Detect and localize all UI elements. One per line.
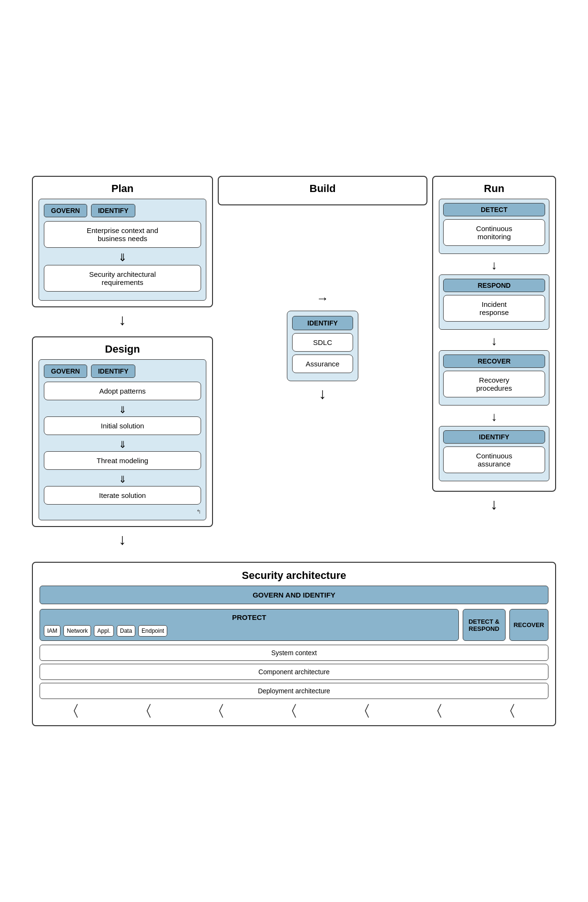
feedback-indicator: ↰: [44, 508, 201, 515]
threat-modeling-box: Threat modeling: [44, 451, 201, 470]
iam-item: IAM: [44, 625, 61, 637]
govern-identify-full-bar: GOVERN AND IDENTIFY: [40, 586, 548, 604]
brace1: 〈: [73, 702, 78, 719]
deployment-arch-row: Deployment architecture: [40, 683, 548, 699]
enterprise-context-box: Enterprise context and business needs: [44, 221, 201, 248]
build-assurance-box: Assurance: [292, 355, 353, 373]
run-box: Run DETECT Continuous monitoring ↓ RESPO…: [432, 176, 556, 492]
respond-badge: RESPOND: [443, 279, 545, 292]
build-box: Build: [218, 176, 427, 205]
brace3: 〈: [219, 702, 223, 719]
recover-label: RECOVER: [514, 621, 544, 628]
run-to-arch-arrow: ↓: [432, 496, 556, 513]
data-item: Data: [117, 625, 135, 637]
appl-item: Appl.: [94, 625, 113, 637]
run-identify-badge: IDENTIFY: [443, 430, 545, 444]
adopt-patterns-box: Adopt patterns: [44, 382, 201, 400]
design-identify-badge: IDENTIFY: [91, 365, 136, 378]
run-arrow2: ↓: [439, 334, 549, 348]
design-to-arch-arrow: ↓: [32, 531, 213, 548]
build-to-arch-arrow: ↓: [319, 385, 326, 403]
iterate-solution-box: Iterate solution: [44, 486, 201, 505]
brace5: 〈: [365, 702, 369, 719]
design-arrow1: ⇓: [44, 404, 201, 416]
incident-response-box: Incident response: [443, 295, 545, 322]
design-arrow2: ⇓: [44, 439, 201, 450]
initial-solution-box: Initial solution: [44, 416, 201, 435]
build-column: Build → IDENTIFY SDLC Assurance ↓: [213, 176, 432, 406]
network-item: Network: [63, 625, 91, 637]
plan-govern-badge: GOVERN: [44, 204, 87, 217]
plan-to-design-arrow: ↓: [32, 311, 213, 329]
bottom-braces: 〈 〈 〈 〈 〈 〈 〈: [40, 702, 548, 719]
brace7: 〈: [510, 702, 515, 719]
protect-label: PROTECT: [44, 613, 455, 621]
detect-badge: DETECT: [443, 203, 545, 216]
run-arrow1: ↓: [439, 258, 549, 273]
build-title: Build: [224, 182, 421, 195]
endpoint-item: Endpoint: [138, 625, 167, 637]
design-to-build-arrow-label: →: [316, 291, 329, 306]
recover-badge: RECOVER: [443, 355, 545, 368]
security-architecture-box: Security architecture GOVERN AND IDENTIF…: [32, 562, 556, 726]
plan-arrow1: ⇓: [44, 252, 201, 264]
security-arch-title: Security architecture: [40, 569, 548, 582]
build-sdlc-box: SDLC: [292, 333, 353, 352]
design-box: Design GOVERN IDENTIFY Adopt patterns ⇓ …: [32, 336, 213, 527]
plan-title: Plan: [39, 182, 206, 195]
brace4: 〈: [292, 702, 296, 719]
system-context-row: System context: [40, 645, 548, 661]
component-arch-row: Component architecture: [40, 664, 548, 680]
plan-identify-badge: IDENTIFY: [91, 204, 136, 217]
recovery-procedures-box: Recovery procedures: [443, 371, 545, 397]
run-column: Run DETECT Continuous monitoring ↓ RESPO…: [432, 176, 556, 517]
plan-column: Plan GOVERN IDENTIFY Enterprise context …: [32, 176, 213, 552]
brace2: 〈: [146, 702, 151, 719]
design-title: Design: [39, 343, 206, 355]
build-identify-badge: IDENTIFY: [292, 316, 353, 330]
detect-respond-label: DETECT & RESPOND: [468, 618, 499, 632]
security-arch-req-box: Security architectural requirements: [44, 265, 201, 292]
run-arrow3: ↓: [439, 409, 549, 424]
continuous-assurance-box: Continuous assurance: [443, 446, 545, 473]
plan-box: Plan GOVERN IDENTIFY Enterprise context …: [32, 176, 213, 307]
run-title: Run: [439, 182, 549, 195]
design-arrow3: ⇓: [44, 474, 201, 485]
brace6: 〈: [437, 702, 442, 719]
build-content-area: → IDENTIFY SDLC Assurance: [287, 291, 358, 381]
main-diagram: Plan GOVERN IDENTIFY Enterprise context …: [32, 176, 556, 726]
design-govern-badge: GOVERN: [44, 365, 87, 378]
continuous-monitoring-box: Continuous monitoring: [443, 219, 545, 246]
